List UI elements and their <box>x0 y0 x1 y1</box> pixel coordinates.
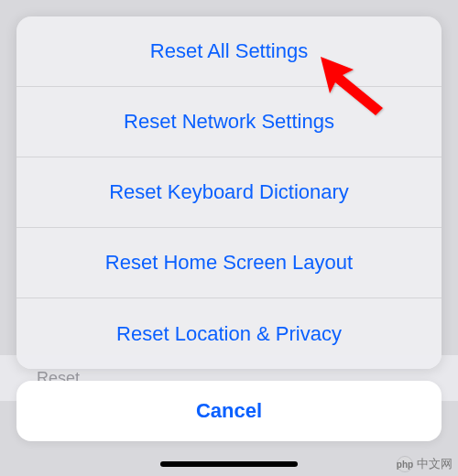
option-label: Reset All Settings <box>150 39 308 63</box>
option-label: Reset Network Settings <box>124 110 334 134</box>
option-label: Reset Keyboard Dictionary <box>109 180 349 204</box>
option-reset-all-settings[interactable]: Reset All Settings <box>16 16 442 87</box>
watermark-logo-icon: php <box>397 456 413 472</box>
option-label: Reset Location & Privacy <box>116 322 342 346</box>
cancel-button[interactable]: Cancel <box>16 381 442 441</box>
watermark-text: 中文网 <box>417 456 453 472</box>
home-indicator <box>160 461 298 467</box>
option-reset-location-privacy[interactable]: Reset Location & Privacy <box>16 298 442 369</box>
option-reset-keyboard-dictionary[interactable]: Reset Keyboard Dictionary <box>16 157 442 228</box>
action-sheet: Reset All Settings Reset Network Setting… <box>16 16 442 369</box>
option-reset-network-settings[interactable]: Reset Network Settings <box>16 87 442 157</box>
option-label: Reset Home Screen Layout <box>105 251 353 275</box>
cancel-label: Cancel <box>196 399 262 423</box>
watermark: php 中文网 <box>397 456 453 472</box>
option-reset-home-screen-layout[interactable]: Reset Home Screen Layout <box>16 228 442 298</box>
